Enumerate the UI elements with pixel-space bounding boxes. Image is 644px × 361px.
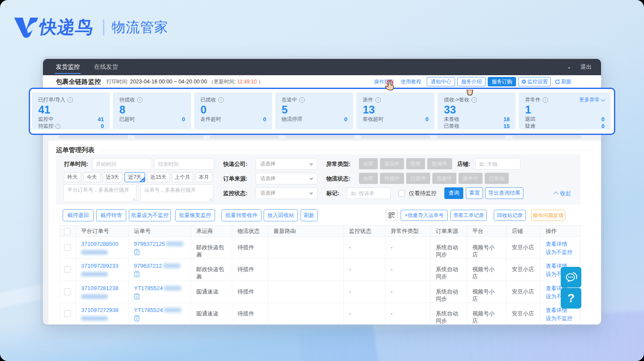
info-icon[interactable]: i [55,124,61,129]
waybill-number[interactable]: YT1785524 [134,306,163,314]
waybill-number[interactable]: 979637212 [134,262,162,269]
shop-input[interactable] [475,158,520,170]
header-monitor: 监控状态 [344,226,386,236]
platform-order-number[interactable]: 371097288500 [81,241,118,247]
logistics-status-option[interactable]: 已揽件 [406,173,430,184]
start-time-input[interactable] [92,158,152,170]
stat-subvalue[interactable]: 0 [101,123,104,129]
set-unmonitor-link[interactable]: 设为不监控 [546,315,580,323]
stat-subvalue[interactable]: 41 [98,116,104,122]
quick-range-button[interactable]: 今天 [83,172,100,182]
monitor-setting-button[interactable]: 监控设置 [518,77,551,86]
copy-icon[interactable] [134,249,140,255]
row-checkbox[interactable] [64,310,71,317]
batch-import-button[interactable]: +批量导入运单号 [401,210,448,221]
row-checkbox[interactable] [64,266,71,273]
logistics-status-option[interactable]: 待揽件 [380,173,404,184]
stat-title: 派件 [363,96,373,104]
order-source-select[interactable]: 请选择 [255,173,318,184]
abnormal-type-option[interactable]: 退回件 [380,158,404,169]
info-icon[interactable]: i [471,97,477,103]
platform-order-number[interactable]: 371097272938 [81,307,118,313]
batch-action-button[interactable]: 截停转寄 [96,209,126,221]
copy-icon[interactable] [134,271,140,277]
reset-button[interactable]: 重置 [466,187,483,199]
tab-online-shipping[interactable]: 在线发货 [94,59,118,75]
batch-action-button[interactable]: 放入回收站 [264,209,298,221]
abnormal-type-option[interactable]: 全部 [359,158,378,169]
logistics-status-option[interactable]: 全部 [359,173,378,184]
platform-order-number[interactable]: 371097281238 [81,285,118,291]
batch-action-button[interactable]: 刷新 [301,209,318,221]
set-unmonitor-link[interactable]: 设为不监控 [546,248,580,257]
batch-action-button[interactable]: 批量恢复监控 [175,209,215,221]
recycle-record-button[interactable]: 回收站记录 [494,210,526,221]
help-button[interactable]: ? [561,288,581,309]
copy-icon[interactable] [134,315,140,321]
more-abnormal-link[interactable]: 更多异常 [579,96,605,104]
info-icon[interactable]: i [67,97,73,103]
batch-action-button[interactable]: 批量设为不监控 [129,209,171,221]
row-checkbox[interactable] [64,244,71,251]
logistics-status-option[interactable]: 派件中 [459,173,483,184]
status-cell: 待揽件 [232,237,268,258]
minimize-button[interactable]: - [568,64,570,71]
info-icon[interactable]: i [137,97,143,103]
quick-range-button[interactable]: 上个月 [172,172,193,182]
export-button[interactable]: 导出查询结果 [485,187,523,199]
quick-range-button[interactable]: 近15天 [147,172,170,182]
waybill-number[interactable]: YT1785524 [134,285,163,292]
platform-order-textarea[interactable] [64,184,137,202]
stat-subvalue[interactable]: 15 [504,123,510,129]
logistics-status-option[interactable]: 在途中 [432,173,456,184]
link-tutorial[interactable]: 使用教程 [401,78,421,86]
quick-range-button[interactable]: 昨天 [64,172,81,182]
express-company-select[interactable]: 请选择 [255,158,318,170]
quick-range-button[interactable]: 近3天 [103,172,122,182]
abnormal-type-option[interactable]: 疑难件 [427,158,452,169]
waybill-textarea[interactable] [140,184,213,202]
waybill-number[interactable]: 9796372125 [134,240,165,248]
status-cell: 待揽件 [232,303,268,324]
view-detail-link[interactable]: 查看详情 [546,240,580,248]
collapse-link[interactable]: 收起 [555,187,571,199]
logistics-status-option[interactable]: 已签收 [485,173,509,184]
batch-action-button[interactable]: 批量转签收件 [222,209,261,221]
select-all-checkbox[interactable] [64,228,71,235]
info-icon[interactable]: i [543,97,548,103]
row-checkbox[interactable] [64,288,71,295]
logout-button[interactable]: 退出 [580,63,592,71]
abnormal-type-option[interactable]: 拒签 [406,158,425,169]
stat-subvalue[interactable]: 0 [601,116,605,122]
stat-subvalue[interactable]: 0 [344,116,347,122]
tab-shipping-monitor[interactable]: 发货监控 [56,59,80,75]
stat-subvalue[interactable]: 0 [425,116,428,122]
feedback-button[interactable]: 操作问题反馈 [531,210,565,221]
notice-center-button[interactable]: 通知中心 [427,77,455,86]
copy-icon[interactable] [134,293,140,300]
batch-action-button[interactable]: 截停退回 [63,209,94,221]
column-config-button[interactable] [386,210,398,221]
query-button[interactable]: 查询 [444,187,463,199]
work-record-button[interactable]: 查看工单记录 [450,210,487,221]
info-icon[interactable]: i [375,97,381,103]
service-intro-button[interactable]: 服务介绍 [457,77,486,86]
monitor-status-select[interactable]: 请选择 [255,187,318,199]
info-icon[interactable]: i [218,97,224,103]
status-cell: 待揽件 [232,281,268,303]
info-icon[interactable]: i [299,97,305,103]
stat-subvalue[interactable]: 0 [182,116,185,122]
quick-range-button[interactable]: 本月 [195,172,213,182]
only-monitor-checkbox[interactable] [398,190,405,196]
platform-order-number[interactable]: 371097289233 [81,263,118,269]
end-time-input[interactable] [154,158,214,170]
service-order-button[interactable]: 服务订购 [488,77,516,86]
quick-range-button[interactable]: 近7天 [125,172,145,182]
stat-subvalue[interactable]: 18 [504,116,510,122]
customer-service-button[interactable] [561,267,581,288]
stat-subvalue[interactable]: 0 [601,123,605,129]
corner-check-icon [140,177,145,182]
mark-input[interactable] [347,187,391,199]
refresh-button[interactable]: 刷新 [555,78,572,86]
stat-subvalue[interactable]: 0 [263,116,266,122]
